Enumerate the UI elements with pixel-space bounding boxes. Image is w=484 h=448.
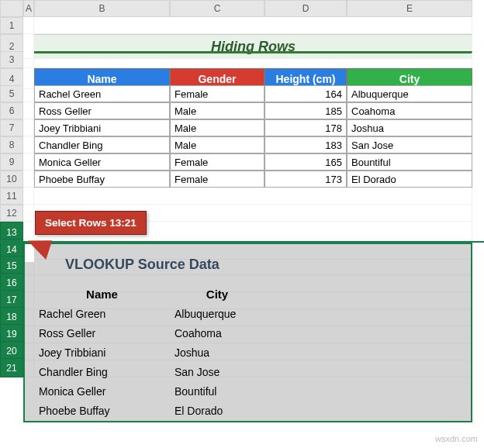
- row-header-3[interactable]: 3: [0, 51, 23, 68]
- row-header-11[interactable]: 11: [0, 188, 23, 205]
- row-header-5[interactable]: 5: [0, 85, 23, 102]
- cell-a9[interactable]: [23, 153, 34, 171]
- table-cell-name[interactable]: Chandler Bing: [34, 136, 170, 153]
- table-cell-height[interactable]: 164: [264, 85, 347, 102]
- row-header-8[interactable]: 8: [0, 136, 23, 153]
- table-cell-height[interactable]: 178: [264, 119, 347, 136]
- cell-a7[interactable]: [23, 119, 34, 136]
- selection-top-border: [0, 241, 484, 243]
- cell-11[interactable]: [34, 188, 472, 205]
- table-cell-city[interactable]: El Dorado: [347, 171, 472, 188]
- table-cell-gender[interactable]: Male: [170, 136, 264, 153]
- vlookup-cell-name: Monica Geller: [34, 385, 170, 398]
- row-header-9[interactable]: 9: [0, 153, 23, 171]
- row-header-12[interactable]: 12: [0, 205, 23, 222]
- col-header-B[interactable]: B: [34, 0, 170, 17]
- cell-a3[interactable]: [23, 51, 34, 68]
- vlookup-cell-name: Phoebe Buffay: [34, 405, 170, 417]
- table-cell-height[interactable]: 165: [264, 153, 347, 171]
- cell-b3[interactable]: [34, 51, 472, 68]
- row-header-21[interactable]: 21: [0, 358, 23, 377]
- cell-a5[interactable]: [23, 85, 34, 102]
- row-header-6[interactable]: 6: [0, 102, 23, 119]
- cell-a10[interactable]: [23, 171, 34, 188]
- watermark-text: wsxdn.com: [435, 434, 478, 443]
- table-cell-city[interactable]: Coahoma: [347, 102, 472, 119]
- table-cell-gender[interactable]: Male: [170, 102, 264, 119]
- cell-a11[interactable]: [23, 188, 34, 205]
- table-cell-height[interactable]: 173: [264, 171, 347, 188]
- table-cell-name[interactable]: Joey Tribbiani: [34, 119, 170, 136]
- table-cell-city[interactable]: Bountiful: [347, 153, 472, 171]
- spreadsheet-grid: A B C D E 1 2 Hiding Rows 3 4 Name Gende…: [0, 0, 484, 375]
- col-header-D[interactable]: D: [264, 0, 347, 17]
- col-header-A[interactable]: A: [23, 0, 34, 17]
- cell-a21[interactable]: [23, 358, 34, 377]
- table-cell-name[interactable]: Monica Geller: [34, 153, 170, 171]
- table-cell-city[interactable]: Albuquerque: [347, 85, 472, 102]
- table-cell-gender[interactable]: Female: [170, 85, 264, 102]
- table-cell-name[interactable]: Phoebe Buffay: [34, 171, 170, 188]
- cell-b1[interactable]: [34, 17, 472, 34]
- cell-a12[interactable]: [23, 205, 34, 222]
- row-header-7[interactable]: 7: [0, 119, 23, 136]
- table-cell-name[interactable]: Ross Geller: [34, 102, 170, 119]
- table-cell-height[interactable]: 183: [264, 136, 347, 153]
- corner-cell[interactable]: [0, 0, 23, 17]
- table-cell-gender[interactable]: Female: [170, 171, 264, 188]
- table-cell-city[interactable]: Joshua: [347, 119, 472, 136]
- cell-a8[interactable]: [23, 136, 34, 153]
- row-header-1[interactable]: 1: [0, 17, 23, 34]
- table-cell-city[interactable]: San Jose: [347, 136, 472, 153]
- vlookup-cell-city: Bountiful: [170, 385, 364, 398]
- table-cell-gender[interactable]: Female: [170, 153, 264, 171]
- col-header-C[interactable]: C: [170, 0, 264, 17]
- cell-a1[interactable]: [23, 17, 34, 34]
- row-header-10[interactable]: 10: [0, 171, 23, 188]
- table-cell-gender[interactable]: Male: [170, 119, 264, 136]
- table-cell-height[interactable]: 185: [264, 102, 347, 119]
- cell-21[interactable]: [34, 358, 472, 377]
- callout-select-rows: Select Rows 13:21: [35, 211, 147, 235]
- table-cell-name[interactable]: Rachel Green: [34, 85, 170, 102]
- vlookup-cell-city: El Dorado: [170, 405, 364, 417]
- col-header-E[interactable]: E: [347, 0, 472, 17]
- cell-a6[interactable]: [23, 102, 34, 119]
